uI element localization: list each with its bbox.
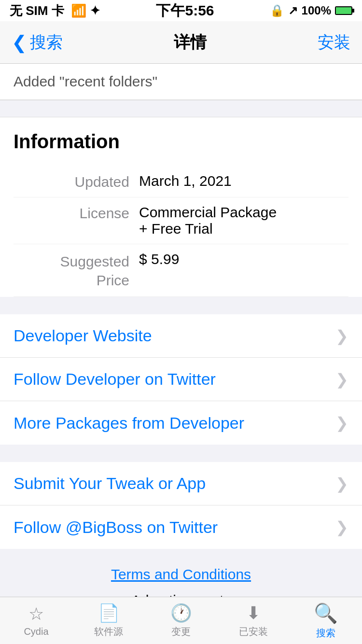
list-item-follow-twitter[interactable]: Follow Developer on Twitter ❯ (0, 358, 362, 401)
install-button[interactable]: 安装 (318, 31, 350, 54)
list-item-follow-bigboss[interactable]: Follow @BigBoss on Twitter ❯ (0, 505, 362, 549)
battery-icon (335, 6, 352, 15)
list-section-1: Developer Website ❯ Follow Developer on … (0, 314, 362, 445)
information-table: Updated March 1, 2021 License Commercial… (14, 166, 348, 297)
developer-website-label: Developer Website (14, 326, 152, 345)
back-button[interactable]: ❮ 搜索 (12, 31, 63, 54)
follow-bigboss-chevron-icon: ❯ (335, 518, 348, 536)
tab-installed-label: 已安装 (239, 625, 268, 638)
follow-bigboss-label: Follow @BigBoss on Twitter (14, 518, 218, 537)
installed-icon: ⬇ (246, 603, 261, 623)
list-section-2: Submit Your Tweak or App ❯ Follow @BigBo… (0, 462, 362, 549)
tab-search[interactable]: 🔍 搜索 (290, 602, 362, 640)
location-icon: ↗ (288, 4, 298, 17)
tab-changes-label: 变更 (171, 625, 191, 638)
info-value-price: $ 5.99 (139, 251, 348, 290)
cydia-icon: ☆ (28, 604, 44, 624)
section-divider-2 (0, 297, 362, 314)
information-title: Information (14, 131, 348, 153)
battery-percent: 100% (302, 4, 331, 17)
more-packages-chevron-icon: ❯ (335, 414, 348, 432)
info-row-price: SuggestedPrice $ 5.99 (14, 244, 348, 297)
tab-sources-label: 软件源 (94, 625, 123, 638)
sources-icon: 📄 (98, 603, 120, 623)
terms-conditions-link[interactable]: Terms and Conditions (14, 566, 348, 583)
back-label: 搜索 (30, 31, 63, 54)
status-time: 下午5:56 (156, 1, 214, 21)
page-title: 详情 (174, 31, 207, 54)
list-item-more-packages[interactable]: More Packages from Developer ❯ (0, 401, 362, 445)
section-divider-1 (0, 100, 362, 117)
lock-icon: 🔒 (270, 4, 284, 17)
tab-changes[interactable]: 🕐 变更 (145, 603, 217, 638)
tab-cydia[interactable]: ☆ Cydia (0, 604, 72, 637)
information-section: Information Updated March 1, 2021 Licens… (0, 117, 362, 297)
list-item-submit-tweak[interactable]: Submit Your Tweak or App ❯ (0, 462, 362, 505)
info-label-price: SuggestedPrice (14, 251, 139, 290)
follow-twitter-label: Follow Developer on Twitter (14, 370, 216, 389)
info-row-updated: Updated March 1, 2021 (14, 166, 348, 197)
status-bar: 无 SIM 卡 📶 ✦ 下午5:56 🔒 ↗ 100% (0, 0, 362, 21)
tab-search-label: 搜索 (316, 627, 335, 640)
tab-sources[interactable]: 📄 软件源 (72, 603, 145, 638)
update-note: Added "recent folders" (0, 64, 362, 100)
tab-cydia-label: Cydia (24, 626, 48, 637)
search-icon: 🔍 (314, 602, 338, 625)
submit-tweak-label: Submit Your Tweak or App (14, 474, 206, 493)
status-carrier: 无 SIM 卡 📶 ✦ (10, 2, 100, 19)
back-chevron-icon: ❮ (12, 32, 27, 53)
changes-icon: 🕐 (170, 603, 192, 623)
nav-bar: ❮ 搜索 详情 安装 (0, 21, 362, 64)
info-value-license: Commercial Package+ Free Trial (139, 204, 348, 237)
list-item-developer-website[interactable]: Developer Website ❯ (0, 314, 362, 358)
info-value-updated: March 1, 2021 (139, 173, 348, 190)
info-label-license: License (14, 204, 139, 237)
follow-twitter-chevron-icon: ❯ (335, 370, 348, 389)
section-divider-3 (0, 445, 362, 462)
more-packages-label: More Packages from Developer (14, 414, 244, 433)
info-label-updated: Updated (14, 173, 139, 190)
submit-tweak-chevron-icon: ❯ (335, 475, 348, 493)
info-row-license: License Commercial Package+ Free Trial (14, 197, 348, 244)
tab-bar: ☆ Cydia 📄 软件源 🕐 变更 ⬇ 已安装 🔍 搜索 (0, 597, 362, 644)
status-right-icons: 🔒 ↗ 100% (270, 4, 352, 17)
developer-website-chevron-icon: ❯ (335, 327, 348, 345)
tab-installed[interactable]: ⬇ 已安装 (217, 603, 290, 638)
